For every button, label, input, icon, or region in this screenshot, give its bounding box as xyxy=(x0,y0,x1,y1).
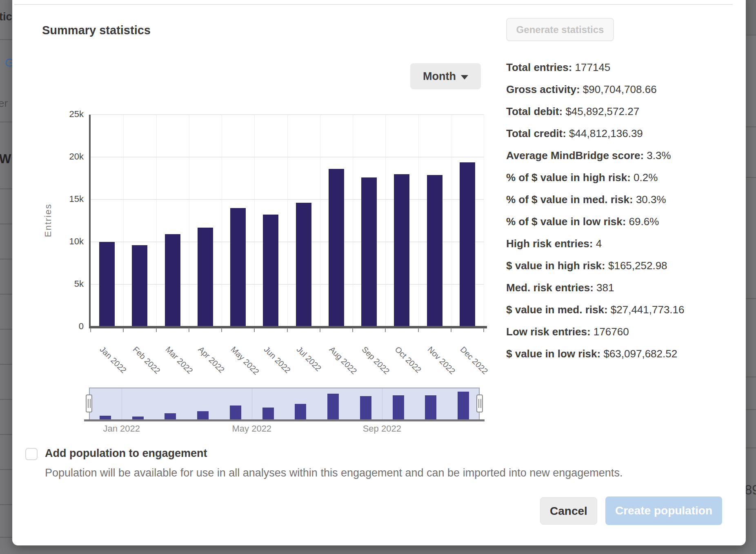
stat-row: Average MindBridge score: 3.3% xyxy=(506,144,735,166)
bar-mar-2022[interactable] xyxy=(165,234,180,327)
plot-horizontal-gridline xyxy=(91,242,484,242)
navigator-right-handle[interactable] xyxy=(476,394,483,412)
x-axis-label: Nov 2022 xyxy=(426,345,457,376)
x-axis-label: Feb 2022 xyxy=(131,345,162,376)
x-axis-tick xyxy=(320,328,320,332)
stat-value: $44,812,136.39 xyxy=(566,127,643,140)
stat-value: $165,252.98 xyxy=(605,259,667,272)
stat-label: Total credit: xyxy=(506,127,566,140)
bar-dec-2022[interactable] xyxy=(460,162,475,327)
navigator-axis-label: Jan 2022 xyxy=(103,423,140,434)
x-axis-label: Jan 2022 xyxy=(98,345,128,375)
bar-jul-2022[interactable] xyxy=(296,203,311,327)
modal-top-divider xyxy=(14,4,733,5)
navigator-axis-label: Sep 2022 xyxy=(363,423,401,434)
x-axis-tick xyxy=(385,328,386,332)
stat-value: $27,441,773.16 xyxy=(608,304,685,316)
plot-vertical-gridline xyxy=(385,115,386,327)
plot-vertical-gridline xyxy=(222,115,222,327)
navigator-bar xyxy=(197,411,209,420)
stat-label: $ value in med. risk: xyxy=(506,304,608,316)
x-axis-label: May 2022 xyxy=(229,345,261,377)
stat-label: Average MindBridge score: xyxy=(506,149,644,162)
stat-row: High risk entries: 4 xyxy=(506,233,735,255)
stat-row: Med. risk entries: 381 xyxy=(506,277,735,299)
x-axis-label: Jun 2022 xyxy=(262,345,292,375)
navigator-gridline xyxy=(122,388,122,419)
stat-row: % of $ value in med. risk: 30.3% xyxy=(506,188,735,211)
y-axis-line xyxy=(89,115,91,328)
stat-label: Total entries: xyxy=(506,61,572,73)
navigator-baseline xyxy=(84,419,485,421)
x-axis-tick xyxy=(90,328,91,332)
x-axis-tick xyxy=(189,328,189,332)
bar-feb-2022[interactable] xyxy=(132,245,147,327)
stat-value: 4 xyxy=(593,237,602,250)
navigator-left-handle[interactable] xyxy=(86,394,92,412)
x-axis-tick xyxy=(451,328,451,332)
navigator-track[interactable] xyxy=(89,388,480,420)
stat-row: % of $ value in low risk: 69.6% xyxy=(506,211,735,233)
x-axis-tick xyxy=(156,328,157,332)
bar-apr-2022[interactable] xyxy=(198,228,213,327)
stat-value: 30.3% xyxy=(633,193,666,206)
x-axis-label: Apr 2022 xyxy=(196,345,227,375)
y-axis-label: 10k xyxy=(43,236,84,247)
stat-value: $90,704,708.66 xyxy=(580,83,657,95)
interval-dropdown[interactable]: Month xyxy=(410,63,481,89)
plot-vertical-gridline xyxy=(320,115,320,327)
bar-sep-2022[interactable] xyxy=(361,177,377,327)
x-axis-tick xyxy=(123,328,124,332)
add-population-description: Population will be available for use in … xyxy=(45,467,623,479)
bar-may-2022[interactable] xyxy=(230,208,246,327)
navigator-bar xyxy=(360,396,371,420)
navigator-bar xyxy=(327,394,339,420)
y-axis-label: 20k xyxy=(43,151,84,162)
navigator-bar xyxy=(393,395,404,420)
generate-statistics-button[interactable]: Generate statistics xyxy=(506,18,614,41)
summary-stats-list: Total entries: 177145Gross activity: $90… xyxy=(506,56,735,365)
navigator-bar xyxy=(230,406,241,420)
x-axis-tick xyxy=(352,328,353,332)
navigator-bar xyxy=(425,395,436,420)
x-axis-tick xyxy=(287,328,288,332)
stat-label: % of $ value in high risk: xyxy=(506,171,631,184)
stat-row: Low risk entries: 176760 xyxy=(506,321,735,343)
y-axis-label: 25k xyxy=(43,109,84,120)
create-population-button[interactable]: Create population xyxy=(605,496,722,525)
navigator-axis-label: May 2022 xyxy=(232,423,271,434)
stat-label: % of $ value in med. risk: xyxy=(506,193,633,206)
stat-row: $ value in high risk: $165,252.98 xyxy=(506,255,735,277)
x-axis-label: Mar 2022 xyxy=(164,345,195,376)
interval-dropdown-label: Month xyxy=(423,70,456,83)
bar-aug-2022[interactable] xyxy=(329,169,344,327)
bar-nov-2022[interactable] xyxy=(427,175,442,327)
x-axis-label: Jul 2022 xyxy=(295,345,323,373)
plot-vertical-gridline xyxy=(418,115,419,327)
bar-jun-2022[interactable] xyxy=(263,215,278,327)
plot-vertical-gridline xyxy=(287,115,288,327)
stat-row: % of $ value in high risk: 0.2% xyxy=(506,166,735,188)
x-axis-tick xyxy=(254,328,255,332)
stat-row: Total debit: $45,892,572.27 xyxy=(506,100,735,122)
plot-horizontal-gridline xyxy=(91,199,484,200)
plot-vertical-gridline xyxy=(189,115,189,327)
x-axis-label: Sep 2022 xyxy=(360,345,391,376)
plot-vertical-gridline xyxy=(353,115,353,327)
plot-horizontal-gridline xyxy=(91,284,484,285)
plot-vertical-gridline xyxy=(123,115,124,327)
add-population-checkbox[interactable] xyxy=(25,448,38,460)
stat-value: 381 xyxy=(594,281,614,294)
bar-oct-2022[interactable] xyxy=(394,174,409,327)
stat-value: 0.2% xyxy=(631,171,658,184)
cancel-button[interactable]: Cancel xyxy=(540,497,597,525)
bar-jan-2022[interactable] xyxy=(99,242,115,327)
add-population-label: Add population to engagement xyxy=(45,447,207,460)
chevron-down-icon xyxy=(461,75,468,80)
stat-value: 3.3% xyxy=(644,149,671,162)
plot-vertical-gridline xyxy=(484,115,484,327)
modal-content: Summary statistics Generate statistics M… xyxy=(0,0,756,554)
plot-vertical-gridline xyxy=(156,115,157,327)
stat-value: 177145 xyxy=(572,61,610,73)
stat-label: $ value in high risk: xyxy=(506,259,605,272)
